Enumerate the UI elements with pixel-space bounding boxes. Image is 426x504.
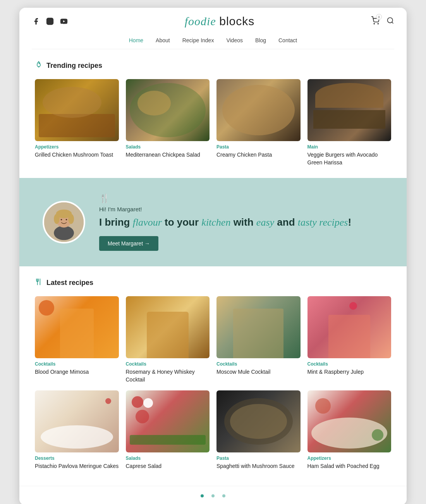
social-icons xyxy=(32,17,68,26)
flame-icon xyxy=(35,61,43,71)
instagram-icon[interactable] xyxy=(46,17,54,26)
latest-card-6[interactable]: Salads Caprese Salad xyxy=(126,390,210,470)
trending-card-1[interactable]: Appetizers Grilled Chicken Mushroom Toas… xyxy=(35,79,119,166)
tagline-word1: flavour xyxy=(133,217,162,228)
trending-title-1: Grilled Chicken Mushroom Toast xyxy=(35,151,119,159)
tagline-suffix: ! xyxy=(348,216,351,228)
latest-cat-6: Salads xyxy=(126,456,210,461)
trending-img-1 xyxy=(35,79,119,141)
site-logo[interactable]: foodie blocks xyxy=(185,15,255,28)
trending-title-2: Mediterranean Chickpea Salad xyxy=(126,151,210,159)
latest-card-7[interactable]: Pasta Spaghetti with Mushroom Sauce xyxy=(216,390,301,470)
tagline-prefix: I bring xyxy=(99,216,133,228)
trending-cat-2: Salads xyxy=(126,144,210,150)
latest-title-7: Spaghetti with Mushroom Sauce xyxy=(216,463,301,470)
tagline-mid3: and xyxy=(274,216,298,228)
latest-title-4: Mint & Raspberry Julep xyxy=(307,368,392,376)
trending-card-3[interactable]: Pasta Creamy Chicken Pasta xyxy=(216,79,301,166)
latest-title: Latest recipes xyxy=(35,278,391,288)
trending-label: Trending recipes xyxy=(46,62,102,70)
meet-margaret-button[interactable]: Meet Margaret → xyxy=(99,236,158,251)
latest-img-6 xyxy=(126,390,210,452)
latest-cat-3: Cocktails xyxy=(216,361,301,367)
trending-cat-4: Main xyxy=(307,144,392,150)
tagline-word4: tasty recipes xyxy=(298,217,348,228)
svg-point-4 xyxy=(374,23,374,24)
latest-img-4 xyxy=(307,296,392,358)
tagline-mid1: to your xyxy=(162,216,202,228)
latest-card-3[interactable]: Cocktails Moscow Mule Cocktail xyxy=(216,296,301,383)
trending-img-4 xyxy=(307,79,392,141)
trending-cat-3: Pasta xyxy=(216,144,301,150)
latest-card-5[interactable]: Desserts Pistachio Pavlova Meringue Cake… xyxy=(35,390,119,470)
svg-point-15 xyxy=(66,219,67,221)
latest-cat-7: Pasta xyxy=(216,456,301,461)
trending-card-4[interactable]: Main Veggie Burgers with Avocado Green H… xyxy=(307,79,392,166)
trending-grid: Appetizers Grilled Chicken Mushroom Toas… xyxy=(35,79,391,166)
trending-img-2 xyxy=(126,79,210,141)
trending-title-4: Veggie Burgers with Avocado Green Hariss… xyxy=(307,151,392,166)
cutlery-icon xyxy=(35,278,43,288)
latest-title-1: Blood Orange Mimosa xyxy=(35,368,119,376)
svg-point-1 xyxy=(49,20,52,23)
nav-videos[interactable]: Videos xyxy=(226,37,243,43)
youtube-icon[interactable] xyxy=(60,17,68,26)
latest-cat-5: Desserts xyxy=(35,456,119,461)
latest-img-3 xyxy=(216,296,301,358)
latest-title-2: Rosemary & Honey Whiskey Cocktail xyxy=(126,368,210,383)
footer-dot-2 xyxy=(211,494,215,497)
cart-badge: 0 xyxy=(376,14,382,20)
margaret-text: 🍴 Hi! I'm Margaret! I bring flavour to y… xyxy=(99,193,383,251)
latest-title-3: Moscow Mule Cocktail xyxy=(216,368,301,376)
trending-title: Trending recipes xyxy=(35,61,391,71)
latest-cat-2: Cocktails xyxy=(126,361,210,367)
latest-img-7 xyxy=(216,390,301,452)
trending-title-3: Creamy Chicken Pasta xyxy=(216,151,301,159)
nav-home[interactable]: Home xyxy=(129,37,143,43)
tagline-mid2: with xyxy=(230,216,256,228)
nav-contact[interactable]: Contact xyxy=(278,37,297,43)
nav-recipe-index[interactable]: Recipe Index xyxy=(182,37,214,43)
trending-section: Trending recipes Appetizers Grilled Chic… xyxy=(19,49,407,178)
search-icon[interactable] xyxy=(386,17,394,26)
latest-grid: Cocktails Blood Orange Mimosa Cocktails … xyxy=(35,296,391,470)
main-nav: Home About Recipe Index Videos Blog Cont… xyxy=(32,33,394,49)
utensils-icon: 🍴 xyxy=(99,193,383,204)
margaret-greeting: Hi! I'm Margaret! xyxy=(99,206,383,212)
svg-point-2 xyxy=(52,19,52,20)
latest-card-2[interactable]: Cocktails Rosemary & Honey Whiskey Cockt… xyxy=(126,296,210,383)
footer-dot-1 xyxy=(201,494,204,497)
latest-title-5: Pistachio Pavlova Meringue Cakes xyxy=(35,463,119,470)
tagline-word2: kitchen xyxy=(201,217,230,228)
footer-hint xyxy=(19,486,407,504)
facebook-icon[interactable] xyxy=(32,17,40,26)
nav-blog[interactable]: Blog xyxy=(255,37,266,43)
svg-point-6 xyxy=(387,18,392,23)
margaret-banner: 🍴 Hi! I'm Margaret! I bring flavour to y… xyxy=(19,178,407,266)
cart-icon[interactable]: 0 xyxy=(371,16,380,26)
logo-blocks: blocks xyxy=(219,15,254,28)
nav-about[interactable]: About xyxy=(156,37,170,43)
trending-cat-1: Appetizers xyxy=(35,144,119,150)
svg-point-13 xyxy=(68,214,74,224)
header-actions: 0 xyxy=(371,16,394,26)
latest-cat-8: Appetizers xyxy=(307,456,392,461)
trending-img-3 xyxy=(216,79,301,141)
latest-label: Latest recipes xyxy=(46,279,93,287)
latest-title-6: Caprese Salad xyxy=(126,463,210,470)
margaret-tagline: I bring flavour to your kitchen with eas… xyxy=(99,216,383,229)
latest-card-1[interactable]: Cocktails Blood Orange Mimosa xyxy=(35,296,119,383)
tagline-word3: easy xyxy=(256,217,274,228)
svg-point-9 xyxy=(54,226,74,240)
header-top: foodie blocks 0 xyxy=(32,15,394,28)
latest-img-8 xyxy=(307,390,392,452)
trending-card-2[interactable]: Salads Mediterranean Chickpea Salad xyxy=(126,79,210,166)
latest-title-8: Ham Salad with Poached Egg xyxy=(307,463,392,470)
latest-card-4[interactable]: Cocktails Mint & Raspberry Julep xyxy=(307,296,392,383)
latest-card-8[interactable]: Appetizers Ham Salad with Poached Egg xyxy=(307,390,392,470)
svg-point-5 xyxy=(378,23,378,24)
header: foodie blocks 0 xyxy=(19,8,407,49)
latest-cat-4: Cocktails xyxy=(307,361,392,367)
margaret-avatar xyxy=(43,201,85,243)
page-wrapper: foodie blocks 0 xyxy=(19,8,407,504)
